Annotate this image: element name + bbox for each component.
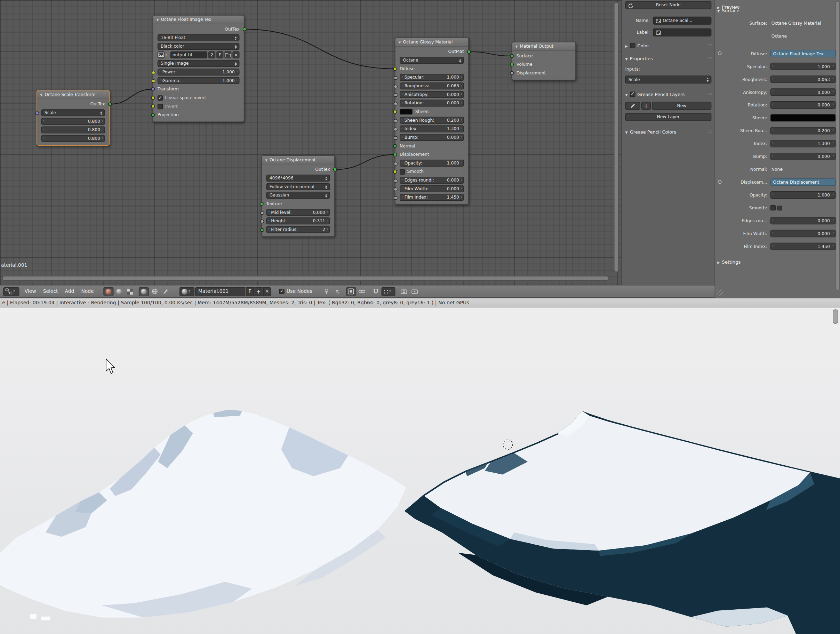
socket-displacement[interactable] — [393, 153, 397, 156]
film-width-slider[interactable]: Film Width:0.000 — [399, 185, 464, 192]
render-viewport[interactable] — [0, 308, 840, 634]
image-users-button[interactable]: 2 — [208, 52, 215, 58]
socket-index[interactable] — [393, 128, 397, 131]
socket-film-width[interactable] — [393, 188, 397, 191]
unlink-image-icon[interactable] — [232, 52, 239, 58]
filter-radius-slider[interactable]: Filter radius:2 — [266, 226, 330, 233]
viewport-scrollbar[interactable] — [833, 309, 838, 323]
socket-scale-input[interactable] — [35, 111, 39, 115]
render-anim-button[interactable] — [410, 287, 420, 296]
grease-pencil-colors-header[interactable]: Grease Pencil Colors — [625, 128, 711, 136]
image-sequence-dropdown[interactable]: Single Image — [158, 60, 240, 67]
index-slider[interactable]: Index:1.300 — [399, 125, 464, 132]
socket-mid-level[interactable] — [260, 211, 264, 215]
socket-surface[interactable] — [510, 54, 513, 58]
anisotropy-slider[interactable]: Anisotropy:0.000 — [399, 91, 464, 98]
socket-height[interactable] — [260, 219, 264, 223]
linear-space-invert-checkbox[interactable] — [158, 95, 163, 100]
scale-z-field[interactable]: 0.800 — [41, 135, 105, 142]
composite-nodes-button[interactable] — [114, 287, 124, 296]
socket-smooth[interactable] — [393, 170, 397, 173]
specular-slider[interactable]: Specular:1.000 — [399, 74, 464, 81]
gp-draw-button[interactable] — [625, 102, 640, 110]
region-resize-grip[interactable] — [716, 289, 723, 296]
socket-edges-rounding[interactable] — [393, 179, 397, 183]
gamma-slider[interactable]: Gamma:1.000 — [158, 77, 240, 84]
socket-outtex[interactable] — [108, 102, 112, 106]
node-editor-canvas[interactable]: Octane Scale Transform OutTex Scale 0.80… — [0, 0, 715, 285]
octane-shader-menu[interactable]: Octane — [771, 32, 836, 39]
properties-panel-header[interactable]: Properties — [625, 55, 711, 62]
film-index-slider[interactable]: 1.450 — [771, 243, 836, 251]
specular-slider[interactable]: 1.000 — [771, 63, 836, 70]
color-enable-checkbox[interactable] — [630, 43, 635, 48]
socket-invert[interactable] — [151, 104, 155, 108]
film-index-slider[interactable]: Film Index:1.450 — [399, 194, 464, 201]
node-octane-float-image-tex[interactable]: Octane Float Image Tex OutTex 16-Bit Flo… — [153, 15, 244, 122]
node-header[interactable]: Octane Displacement — [262, 156, 334, 164]
image-icon[interactable] — [158, 52, 164, 58]
socket-linear-space-invert[interactable] — [151, 96, 155, 100]
power-slider[interactable]: Power:1.000 — [158, 68, 240, 76]
socket-transform[interactable] — [151, 87, 155, 91]
snap-toggle-button[interactable] — [371, 287, 381, 296]
world-slot-button[interactable] — [150, 287, 159, 296]
menu-node[interactable]: Node — [80, 289, 95, 294]
diffuse-link-button[interactable]: Octane Float Image Tex — [771, 50, 836, 57]
socket-rotation[interactable] — [393, 102, 397, 106]
anisotropy-slider[interactable]: 0.000 — [771, 88, 836, 96]
scale-input-dropdown[interactable]: Scale — [625, 76, 711, 84]
opacity-slider[interactable]: 1.000 — [771, 191, 836, 199]
use-nodes-checkbox[interactable] — [279, 289, 284, 294]
node-octane-glossy-material[interactable]: Octane Glossy Material OutMat Octane Dif… — [395, 38, 469, 205]
invert-checkbox[interactable] — [158, 104, 163, 109]
socket-power[interactable] — [151, 71, 155, 74]
socket-roughness[interactable] — [393, 85, 397, 88]
sheen-roughness-slider[interactable]: Sheen Rough:0.200 — [399, 117, 464, 124]
fake-user-button[interactable]: F — [216, 52, 223, 58]
keyframe-dot-icon[interactable] — [718, 180, 722, 184]
sheen-color-swatch[interactable] — [771, 114, 836, 122]
node-header[interactable]: Octane Glossy Material — [395, 38, 468, 47]
index-slider[interactable]: 1.300 — [771, 140, 836, 147]
filter-dropdown[interactable]: Gaussian — [266, 192, 330, 199]
menu-view[interactable]: View — [23, 289, 38, 294]
material-name-field[interactable]: Material.001 — [195, 287, 246, 296]
socket-outtex[interactable] — [242, 27, 246, 31]
bump-slider[interactable]: Bump:0.000 — [399, 134, 464, 141]
socket-specular[interactable] — [393, 76, 397, 80]
socket-sheen[interactable] — [393, 110, 397, 114]
grease-pencil-layers-header[interactable]: Grease Pencil Layers — [625, 90, 711, 98]
open-file-icon[interactable] — [224, 52, 231, 58]
reset-node-button[interactable]: Reset Node — [625, 1, 711, 9]
menu-select[interactable]: Select — [41, 289, 60, 294]
color-panel-header[interactable]: Color — [625, 42, 711, 49]
horizontal-scrollbar[interactable] — [2, 276, 608, 281]
node-material-output[interactable]: Material Output Surface Volume Displacem… — [512, 42, 576, 80]
new-layer-button[interactable]: New Layer — [625, 113, 711, 121]
render-still-button[interactable] — [399, 287, 409, 296]
node-label-field[interactable] — [653, 28, 711, 36]
socket-opacity[interactable] — [393, 162, 397, 166]
roughness-slider[interactable]: 0.063 — [771, 76, 836, 83]
socket-projection[interactable] — [151, 113, 155, 117]
node-name-field[interactable]: Octane Scal... — [653, 17, 711, 25]
scale-x-field[interactable]: 0.800 — [41, 118, 105, 125]
editor-type-button[interactable] — [3, 287, 19, 296]
shader-nodes-button[interactable] — [103, 287, 114, 296]
gp-new-button[interactable]: New — [652, 102, 711, 110]
new-material-button[interactable] — [254, 287, 263, 296]
menu-add[interactable]: Add — [63, 289, 76, 294]
vertical-scrollbar[interactable] — [614, 2, 619, 272]
vertex-mode-dropdown[interactable]: Follow vertex normal — [266, 183, 330, 190]
socket-filter-radius[interactable] — [260, 228, 264, 232]
socket-outmat[interactable] — [467, 50, 471, 54]
linestyle-slot-button[interactable] — [160, 287, 171, 296]
fake-user-button[interactable]: F — [246, 287, 254, 296]
snap-element-button[interactable] — [381, 287, 395, 296]
roughness-slider[interactable]: Roughness:0.063 — [399, 82, 464, 89]
image-name-field[interactable]: output.tif — [171, 52, 207, 58]
settings-panel-header[interactable]: Settings — [717, 258, 835, 266]
normal-link-menu[interactable]: None — [771, 166, 836, 173]
edges-rounding-slider[interactable]: 0.000 — [771, 217, 836, 225]
